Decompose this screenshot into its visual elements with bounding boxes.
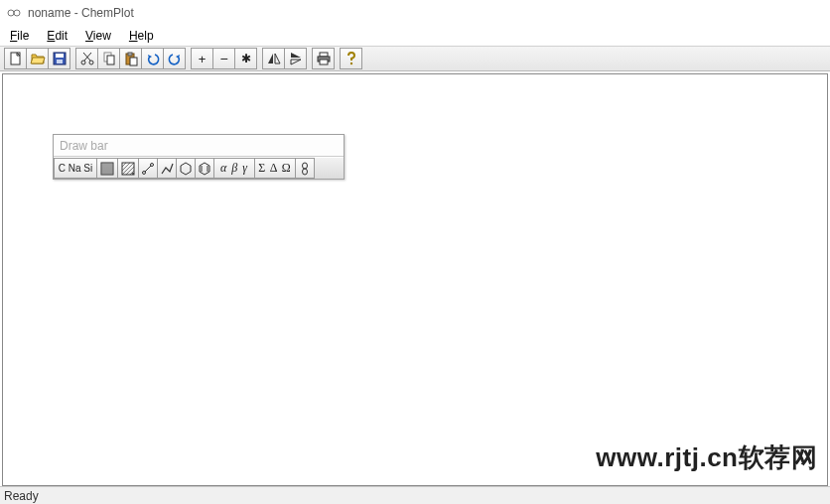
drawbar-window[interactable]: Draw bar C Na Si	[53, 134, 345, 180]
paste-icon	[123, 51, 139, 66]
title-bar: noname - ChemPlot	[0, 0, 830, 26]
zoom-in-button[interactable]: +	[191, 48, 213, 69]
status-bar: Ready	[0, 486, 830, 504]
greek-lower-label: α β γ	[220, 161, 248, 176]
hatch-diag-icon	[121, 162, 135, 176]
orbital-icon	[298, 162, 312, 176]
benzene-icon	[198, 162, 211, 176]
hatch-dense-icon	[100, 162, 114, 176]
main-toolbar: + − ✱	[0, 46, 830, 71]
undo-button[interactable]	[141, 48, 164, 69]
svg-point-6	[81, 61, 85, 64]
drawbar-toolbar: C Na Si	[54, 157, 344, 179]
svg-point-19	[132, 173, 134, 175]
svg-rect-9	[107, 56, 114, 64]
bond-single-icon	[141, 162, 155, 176]
svg-point-27	[303, 163, 308, 169]
svg-point-28	[303, 169, 308, 175]
menu-help[interactable]: Help	[121, 27, 162, 45]
bond-chain-button[interactable]	[157, 158, 177, 179]
menu-edit[interactable]: Edit	[39, 27, 75, 45]
cut-button[interactable]	[75, 48, 98, 69]
new-button[interactable]	[4, 48, 27, 69]
print-button[interactable]	[312, 48, 335, 69]
minus-icon: −	[219, 51, 227, 66]
flip-horizontal-icon	[266, 51, 282, 66]
scissors-icon	[79, 51, 95, 66]
svg-point-7	[89, 61, 93, 64]
help-button[interactable]	[340, 48, 362, 69]
save-button[interactable]	[48, 48, 70, 69]
undo-icon	[145, 51, 161, 66]
svg-rect-11	[128, 53, 132, 56]
flip-vertical-icon	[288, 51, 304, 66]
svg-rect-15	[320, 60, 328, 64]
flip-vertical-button[interactable]	[284, 48, 307, 69]
copy-button[interactable]	[97, 48, 120, 69]
svg-line-22	[145, 166, 151, 172]
window-title: noname - ChemPlot	[28, 6, 134, 20]
flip-horizontal-button[interactable]	[262, 48, 285, 69]
plus-icon: +	[199, 52, 207, 66]
redo-button[interactable]	[163, 48, 186, 69]
hatch-diag-button[interactable]	[117, 158, 139, 179]
svg-point-16	[349, 63, 351, 64]
hatch-dense-button[interactable]	[96, 158, 118, 179]
new-file-icon	[8, 51, 24, 66]
menu-view[interactable]: View	[77, 27, 119, 45]
watermark-text: www.rjtj.cn软荐网	[596, 441, 817, 475]
drawbar-title[interactable]: Draw bar	[54, 135, 344, 157]
open-folder-icon	[30, 51, 46, 66]
asterisk-icon: ✱	[241, 52, 251, 65]
app-icon	[6, 5, 22, 21]
copy-icon	[101, 51, 117, 66]
menu-file[interactable]: File	[2, 27, 37, 45]
status-text: Ready	[4, 489, 39, 503]
elements-button[interactable]: C Na Si	[54, 158, 97, 179]
svg-point-0	[8, 10, 14, 16]
paste-button[interactable]	[119, 48, 142, 69]
greek-lower-button[interactable]: α β γ	[213, 158, 255, 179]
greek-upper-button[interactable]: Σ Δ Ω	[254, 158, 296, 179]
svg-rect-12	[130, 58, 137, 65]
question-icon	[344, 51, 359, 66]
canvas-area[interactable]: Draw bar C Na Si	[2, 73, 828, 486]
zoom-out-button[interactable]: −	[212, 48, 235, 69]
svg-rect-4	[56, 54, 64, 58]
bond-chain-icon	[160, 162, 174, 176]
svg-rect-13	[320, 53, 328, 57]
elements-label: C Na Si	[59, 163, 92, 174]
benzene-button[interactable]	[195, 158, 214, 179]
hexagon-icon	[179, 162, 193, 176]
star-button[interactable]: ✱	[234, 48, 257, 69]
svg-point-1	[14, 10, 20, 16]
menu-bar: File Edit View Help	[0, 26, 830, 46]
bond-single-button[interactable]	[138, 158, 158, 179]
open-button[interactable]	[26, 48, 49, 69]
svg-rect-5	[57, 60, 63, 63]
printer-icon	[316, 51, 332, 66]
greek-upper-label: Σ Δ Ω	[258, 161, 291, 176]
redo-icon	[167, 51, 183, 66]
save-icon	[52, 51, 68, 66]
svg-marker-23	[181, 163, 191, 175]
hexagon-button[interactable]	[176, 158, 196, 179]
orbital-button[interactable]	[295, 158, 315, 179]
